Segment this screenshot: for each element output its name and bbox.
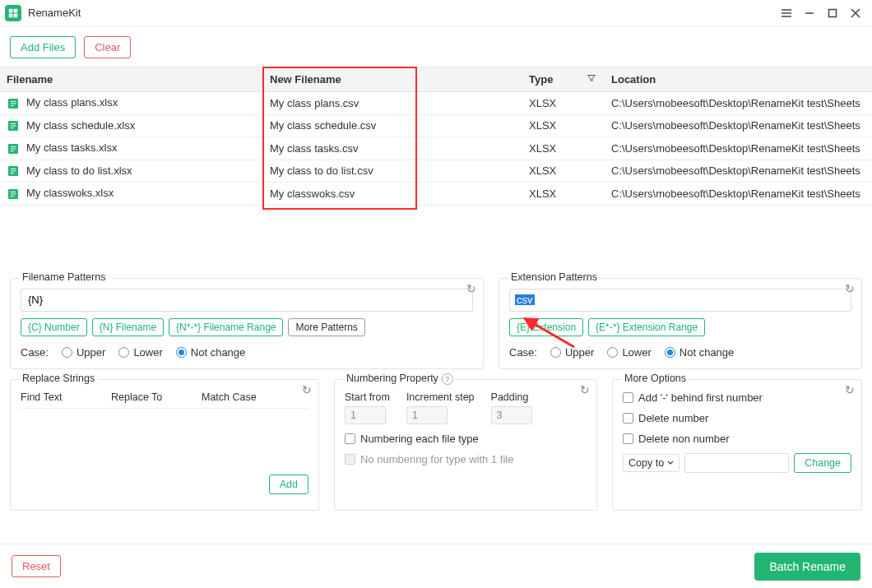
tag-n-filename[interactable]: {N} Filename: [92, 318, 164, 336]
change-path-button[interactable]: Change: [794, 453, 851, 473]
info-icon[interactable]: ?: [442, 373, 453, 385]
file-table-wrap: Filename New Filename Type Location My c…: [0, 67, 872, 206]
cell-location: C:\Users\mobeesoft\Desktop\RenameKit tes…: [605, 183, 872, 206]
cell-type: XLSX: [522, 160, 605, 183]
case-lower-radio[interactable]: Lower: [118, 346, 162, 359]
cell-location: C:\Users\mobeesoft\Desktop\RenameKit tes…: [605, 114, 872, 137]
rs-col-match: Match Case: [202, 391, 308, 403]
filename-patterns-panel: Filename Patterns ↻ {C} Number {N} Filen…: [10, 278, 484, 369]
spreadsheet-icon: [7, 142, 20, 155]
refresh-icon[interactable]: ↻: [466, 282, 476, 295]
cell-new-filename: My classwoks.csv: [263, 183, 522, 206]
padding-input[interactable]: [491, 406, 532, 424]
tag-e-extension[interactable]: {E} Extension: [509, 318, 583, 336]
numbering-each-type-checkbox[interactable]: [345, 433, 355, 444]
cell-filename: My class to do list.xlsx: [26, 164, 132, 177]
minimize-button[interactable]: [798, 2, 821, 24]
file-table: Filename New Filename Type Location My c…: [0, 67, 872, 206]
numbering-panel: Numbering Property? ↻ Start from Increme…: [334, 379, 597, 511]
start-from-input[interactable]: [345, 406, 386, 424]
spreadsheet-icon: [7, 164, 20, 178]
increment-input[interactable]: [406, 406, 448, 424]
toolbar: Add Files Clear: [0, 26, 872, 67]
maximize-button[interactable]: [821, 2, 844, 24]
refresh-icon[interactable]: ↻: [845, 282, 855, 295]
cell-new-filename: My class schedule.csv: [263, 114, 522, 137]
cell-filename: My class tasks.xlsx: [26, 141, 118, 154]
close-button[interactable]: [844, 2, 867, 24]
copy-to-path-input[interactable]: [684, 453, 789, 473]
replace-list: [21, 409, 308, 475]
padding-label: Padding: [491, 391, 532, 403]
start-from-label: Start from: [345, 391, 390, 403]
svg-rect-0: [9, 8, 13, 12]
col-location[interactable]: Location: [605, 67, 872, 92]
col-type[interactable]: Type: [522, 67, 605, 92]
table-row[interactable]: My class schedule.xlsxMy class schedule.…: [0, 114, 872, 137]
extension-pattern-input[interactable]: csv: [509, 289, 851, 312]
case-upper-radio[interactable]: Upper: [62, 346, 105, 359]
col-new-filename[interactable]: New Filename: [263, 67, 522, 92]
dash-first-checkbox[interactable]: [623, 392, 633, 403]
panel-title-numbering: Numbering Property?: [343, 373, 457, 385]
tag-filename-range[interactable]: {N*-*} Filename Range: [169, 318, 283, 336]
replace-strings-panel: Replace Strings ↻ Find Text Replace To M…: [10, 379, 319, 511]
cell-location: C:\Users\mobeesoft\Desktop\RenameKit tes…: [605, 160, 872, 183]
panel-title-ext-patterns: Extension Patterns: [508, 271, 601, 283]
no-numbering-1file-label: No numbering for type with 1 file: [360, 453, 513, 465]
refresh-icon[interactable]: ↻: [580, 383, 590, 396]
refresh-icon[interactable]: ↻: [302, 383, 312, 396]
panel-title-replace: Replace Strings: [19, 373, 98, 384]
table-row[interactable]: My class plans.xlsxMy class plans.csvXLS…: [0, 92, 872, 115]
case-notchange-radio[interactable]: Not change: [176, 346, 246, 359]
svg-rect-4: [829, 9, 837, 16]
cell-location: C:\Users\mobeesoft\Desktop\RenameKit tes…: [605, 92, 872, 115]
tag-extension-range[interactable]: {E*-*} Extension Range: [588, 318, 705, 336]
col-filename[interactable]: Filename: [0, 67, 263, 92]
svg-rect-3: [14, 13, 18, 17]
ext-case-upper-radio[interactable]: Upper: [550, 346, 594, 359]
hamburger-icon[interactable]: [775, 2, 798, 24]
refresh-icon[interactable]: ↻: [845, 383, 855, 396]
batch-rename-button[interactable]: Batch Rename: [754, 553, 860, 581]
rs-col-find: Find Text: [21, 391, 111, 403]
footer: Reset Batch Rename: [0, 544, 872, 588]
cell-type: XLSX: [522, 114, 605, 137]
ext-case-lower-radio[interactable]: Lower: [607, 346, 651, 359]
table-row[interactable]: My class tasks.xlsxMy class tasks.csvXLS…: [0, 137, 872, 160]
cell-filename: My class plans.xlsx: [26, 96, 118, 109]
panel-title-more-options: More Options: [621, 373, 689, 384]
increment-label: Increment step: [406, 391, 475, 403]
more-patterns-button[interactable]: More Patterns: [288, 318, 364, 336]
extension-value-selected: csv: [515, 294, 535, 305]
filename-pattern-input[interactable]: [21, 289, 473, 312]
delete-number-checkbox[interactable]: [623, 413, 633, 424]
clear-button[interactable]: Clear: [84, 36, 131, 58]
cell-type: XLSX: [522, 137, 605, 160]
ext-case-notchange-radio[interactable]: Not change: [665, 346, 735, 359]
spreadsheet-icon: [7, 188, 20, 201]
extension-patterns-panel: Extension Patterns ↻ csv {E} Extension {…: [499, 278, 862, 369]
copy-to-select[interactable]: Copy to: [623, 454, 680, 472]
replace-add-button[interactable]: Add: [269, 475, 308, 494]
spreadsheet-icon: [7, 97, 20, 110]
table-row[interactable]: My class to do list.xlsxMy class to do l…: [0, 160, 872, 183]
reset-button[interactable]: Reset: [12, 555, 61, 577]
case-label: Case:: [21, 346, 49, 359]
panel-title-filename-patterns: Filename Patterns: [19, 271, 109, 283]
cell-new-filename: My class plans.csv: [263, 92, 522, 115]
cell-type: XLSX: [522, 183, 605, 206]
numbering-each-type-label: Numbering each file type: [360, 433, 479, 445]
filter-icon[interactable]: [587, 73, 596, 86]
delete-number-label: Delete number: [638, 412, 708, 424]
more-options-panel: More Options ↻ Add '-' behind first numb…: [612, 379, 862, 511]
add-files-button[interactable]: Add Files: [10, 36, 76, 58]
no-numbering-1file-checkbox[interactable]: [345, 454, 355, 465]
cell-filename: My classwoks.xlsx: [26, 187, 114, 199]
cell-new-filename: My class tasks.csv: [263, 137, 522, 160]
case-label-ext: Case:: [509, 346, 537, 359]
svg-rect-1: [14, 8, 18, 12]
table-row[interactable]: My classwoks.xlsxMy classwoks.csvXLSXC:\…: [0, 183, 872, 206]
tag-c-number[interactable]: {C} Number: [21, 318, 87, 336]
delete-non-number-checkbox[interactable]: [623, 433, 633, 444]
